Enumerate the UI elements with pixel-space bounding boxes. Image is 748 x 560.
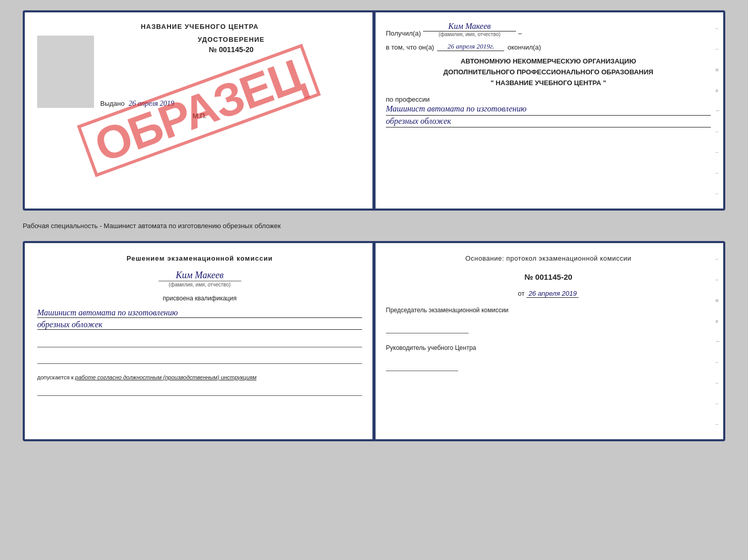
predsed-sig	[386, 324, 469, 333]
photo-area	[37, 36, 94, 108]
profession-line1: Машинист автомата по изготовлению	[386, 103, 711, 115]
predsed-block: Председатель экзаменационной комиссии	[386, 307, 711, 335]
допуск-text: работе согласно должностным (производств…	[75, 374, 257, 380]
issued-label: Выдано	[100, 100, 124, 107]
org-line2: ДОПОЛНИТЕЛЬНОГО ПРОФЕССИОНАЛЬНОГО ОБРАЗО…	[386, 67, 711, 78]
person-block: Ким Макеев (фамилия, имя, отчество)	[37, 270, 362, 287]
okonchil-label: окончил(а)	[507, 43, 541, 51]
org-block: АВТОНОМНУЮ НЕКОММЕРЧЕСКУЮ ОРГАНИЗАЦИЮ ДО…	[386, 56, 711, 88]
org-quote-open: "	[491, 79, 494, 87]
date-prefix: от	[518, 290, 525, 297]
fio-sublabel-top: (фамилия, имя, отчество)	[439, 31, 501, 37]
sig-line-2	[37, 355, 362, 364]
org-quote-close: "	[603, 79, 606, 87]
vtom-line: в том, что он(а) 26 апреля 2019г. окончи…	[386, 42, 711, 51]
qualification-line1: Машинист автомата по изготовлению	[37, 308, 362, 318]
osnov-label: Основание: протокол экзаменационной коми…	[386, 253, 711, 264]
assigned-text: присвоена квалификация	[37, 295, 362, 302]
qualification-line2: обрезных обложек	[37, 320, 362, 330]
ruk-block: Руководитель учебного Центра	[386, 344, 711, 373]
protocol-number: № 001145-20	[386, 273, 711, 281]
bottom-left-page: Решением экзаменационной комиссии Ким Ма…	[25, 243, 376, 439]
bottom-right-page: Основание: протокол экзаменационной коми…	[376, 243, 723, 439]
ruk-label: Руководитель учебного Центра	[386, 344, 711, 351]
between-label: Рабочая специальность - Машинист автомат…	[23, 219, 725, 233]
sig-line-3	[37, 387, 362, 396]
vtom-date: 26 апреля 2019г.	[437, 42, 504, 51]
right-dashes: ––иа←––––	[713, 12, 723, 209]
po-professii-label: по профессии	[386, 95, 711, 103]
issued-date: 26 апреля 2019	[129, 100, 174, 107]
ruk-sig	[386, 362, 458, 371]
training-center-label: НАЗВАНИЕ УЧЕБНОГО ЦЕНТРА	[141, 23, 258, 30]
qualification-block: Машинист автомата по изготовлению обрезн…	[37, 306, 362, 330]
date-line-right: от 26 апреля 2019	[386, 290, 711, 297]
profession-line2: обрезных обложек	[386, 116, 711, 127]
cert-number: № 001145-20	[100, 45, 362, 54]
certificate-inner: УДОСТОВЕРЕНИЕ № 001145-20 Выдано 26 апре…	[37, 36, 362, 108]
допуск-line: допускается к работе согласно должностны…	[37, 374, 362, 380]
sig-line-1	[37, 338, 362, 347]
right-dashes-bottom: ––иа←––––	[713, 243, 723, 439]
top-right-page: Получил(а) Ким Макеев (фамилия, имя, отч…	[376, 12, 723, 209]
date-value-right: 26 апреля 2019	[526, 290, 579, 298]
dash-top: –	[518, 29, 522, 37]
допуск-prefix: допускается к	[37, 374, 74, 380]
issued-line: Выдано 26 апреля 2019	[100, 100, 362, 108]
person-name: Ким Макеев	[176, 270, 223, 281]
vtom-label: в том, что он(а)	[386, 43, 434, 51]
mp-label: М.П.	[193, 112, 207, 120]
decision-line: Решением экзаменационной комиссии	[37, 253, 362, 264]
profession-block: по профессии Машинист автомата по изгото…	[386, 95, 711, 127]
received-name: Ким Макеев	[423, 22, 516, 31]
org-name: НАЗВАНИЕ УЧЕБНОГО ЦЕНТРА	[495, 79, 601, 87]
received-label: Получил(а)	[386, 29, 421, 37]
received-line: Получил(а) Ким Макеев (фамилия, имя, отч…	[386, 22, 711, 37]
cert-title: УДОСТОВЕРЕНИЕ	[100, 36, 362, 43]
bottom-document: Решением экзаменационной комиссии Ким Ма…	[23, 241, 725, 441]
org-line1: АВТОНОМНУЮ НЕКОММЕРЧЕСКУЮ ОРГАНИЗАЦИЮ	[386, 56, 711, 67]
org-name-line: " НАЗВАНИЕ УЧЕБНОГО ЦЕНТРА "	[386, 78, 711, 89]
top-document: НАЗВАНИЕ УЧЕБНОГО ЦЕНТРА УДОСТОВЕРЕНИЕ №…	[23, 10, 725, 211]
osnov-block: Основание: протокол экзаменационной коми…	[386, 253, 711, 264]
fio-sublabel-bottom: (фамилия, имя, отчество)	[159, 281, 241, 287]
predsed-label: Председатель экзаменационной комиссии	[386, 307, 711, 314]
top-left-page: НАЗВАНИЕ УЧЕБНОГО ЦЕНТРА УДОСТОВЕРЕНИЕ №…	[25, 12, 376, 209]
cert-details: УДОСТОВЕРЕНИЕ № 001145-20 Выдано 26 апре…	[100, 36, 362, 108]
